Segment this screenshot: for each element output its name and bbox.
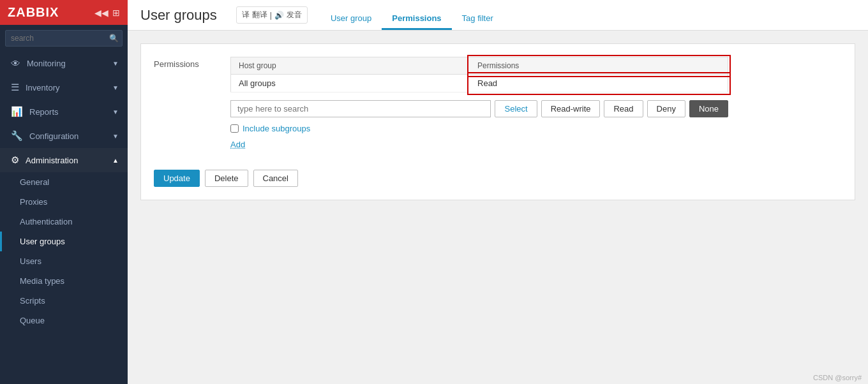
permissions-control: Host group Permissions All groups Read (230, 57, 842, 159)
sidebar-item-configuration[interactable]: 🔧 Configuration ▼ (0, 124, 128, 148)
sidebar-subitem-general[interactable]: General (0, 172, 128, 192)
logo-text: ZABBIX (8, 5, 59, 20)
add-link[interactable]: Add (230, 140, 245, 149)
delete-button[interactable]: Delete (205, 170, 248, 187)
content-area: Permissions Host group Permissions All g… (128, 31, 868, 384)
sidebar-subitem-proxies[interactable]: Proxies (0, 192, 128, 212)
permissions-table: Host group Permissions All groups Read (230, 57, 728, 92)
update-button[interactable]: Update (154, 170, 200, 187)
sidebar-subitem-label: Queue (20, 316, 45, 325)
chevron-down-icon: ▼ (112, 84, 119, 91)
translate-label: 翻译 (252, 10, 267, 20)
inventory-icon: ☰ (11, 82, 19, 93)
collapse-icon[interactable]: ◀◀ (94, 8, 108, 18)
chevron-down-icon: ▼ (112, 108, 119, 115)
sidebar-icons: ◀◀ ⊞ (94, 8, 120, 18)
cell-host-group: All groups (231, 75, 470, 92)
table-header-row: Host group Permissions (231, 57, 728, 75)
main-content: User groups 译 翻译 | 🔊 发音 User group Permi… (128, 0, 868, 384)
sidebar-subitem-label: Authentication (20, 217, 72, 226)
action-buttons: Update Delete Cancel (154, 170, 842, 187)
sidebar-search-container: 🔍 (0, 25, 128, 52)
chevron-down-icon: ▼ (112, 60, 119, 67)
translate-toolbar[interactable]: 译 翻译 | 🔊 发音 (236, 6, 308, 24)
col-permissions: Permissions (470, 57, 728, 75)
sidebar-item-label: Configuration (29, 131, 79, 141)
sidebar-item-administration[interactable]: ⚙ Administration ▲ (0, 148, 128, 172)
sidebar-subitem-label: Media types (20, 276, 64, 286)
permissions-label: Permissions (154, 57, 230, 69)
sidebar-logo: ZABBIX ◀◀ ⊞ (0, 0, 128, 25)
col-host-group: Host group (231, 57, 470, 75)
separator: | (270, 11, 272, 20)
sidebar-subitem-media-types[interactable]: Media types (0, 271, 128, 291)
watermark: CSDN @sorry# (813, 374, 862, 381)
sidebar-subitem-authentication[interactable]: Authentication (0, 212, 128, 232)
sidebar-subitem-scripts[interactable]: Scripts (0, 291, 128, 311)
sidebar-item-label: Administration (26, 156, 78, 165)
chevron-down-icon: ▼ (112, 133, 119, 140)
sidebar-item-monitoring[interactable]: 👁 Monitoring ▼ (0, 52, 128, 75)
config-icon: 🔧 (11, 130, 23, 142)
search-row: Select Read-write Read Deny None (230, 100, 728, 117)
reports-icon: 📊 (11, 106, 23, 117)
select-button[interactable]: Select (495, 100, 537, 117)
include-subgroups-label[interactable]: Include subgroups (243, 124, 310, 133)
grid-icon[interactable]: ⊞ (112, 8, 120, 18)
sidebar-subitem-queue[interactable]: Queue (0, 311, 128, 330)
page-title: User groups (140, 7, 217, 30)
deny-button[interactable]: Deny (647, 100, 685, 117)
permissions-row: Permissions Host group Permissions All g… (154, 57, 842, 159)
audio-label: 发音 (287, 10, 302, 20)
none-button[interactable]: None (689, 100, 728, 117)
permissions-form: Permissions Host group Permissions All g… (140, 43, 855, 200)
sidebar-subitem-label: User groups (20, 237, 65, 246)
translate-icon: 译 (242, 10, 250, 20)
sidebar-subitem-user-groups[interactable]: User groups (0, 232, 128, 251)
cell-permissions: Read (470, 75, 728, 92)
sidebar-item-inventory[interactable]: ☰ Inventory ▼ (0, 75, 128, 100)
sidebar-subitem-label: Proxies (20, 197, 47, 207)
tabs: User group Permissions Tag filter (320, 8, 504, 30)
tab-permissions[interactable]: Permissions (382, 8, 451, 30)
sidebar-subitem-label: Scripts (20, 296, 45, 306)
table-row: All groups Read (231, 75, 728, 92)
sidebar-item-label: Reports (29, 107, 59, 117)
read-write-button[interactable]: Read-write (541, 100, 601, 117)
tab-tag-filter[interactable]: Tag filter (452, 8, 504, 30)
monitoring-icon: 👁 (11, 58, 20, 69)
sidebar: ZABBIX ◀◀ ⊞ 🔍 👁 Monitoring ▼ ☰ Inventory… (0, 0, 128, 384)
cancel-button[interactable]: Cancel (253, 170, 298, 187)
host-group-search-input[interactable] (230, 100, 491, 117)
audio-icon: 🔊 (274, 11, 284, 20)
include-subgroups-row: Include subgroups (230, 124, 842, 133)
sidebar-search-input[interactable] (5, 30, 123, 47)
sidebar-item-label: Inventory (26, 83, 59, 92)
administration-icon: ⚙ (11, 154, 19, 166)
main-header: User groups 译 翻译 | 🔊 发音 User group Permi… (128, 0, 868, 31)
chevron-up-icon: ▲ (112, 157, 119, 164)
include-subgroups-checkbox[interactable] (230, 124, 239, 133)
sidebar-subitem-users[interactable]: Users (0, 251, 128, 271)
sidebar-subitem-label: Users (20, 256, 41, 266)
sidebar-item-reports[interactable]: 📊 Reports ▼ (0, 100, 128, 124)
sidebar-item-label: Monitoring (27, 59, 66, 68)
sidebar-subitem-label: General (20, 177, 49, 187)
read-button[interactable]: Read (604, 100, 643, 117)
tab-user-group[interactable]: User group (320, 8, 382, 30)
